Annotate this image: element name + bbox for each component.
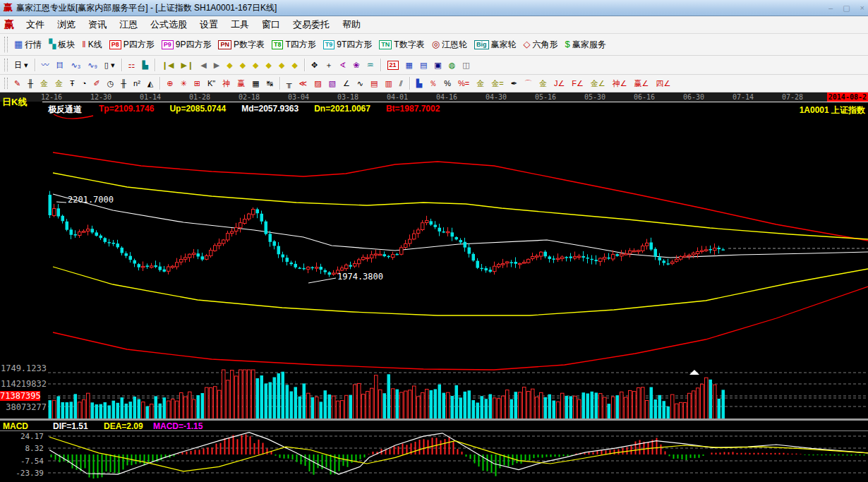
menu-item-浏览[interactable]: 浏览 <box>51 18 82 32</box>
expand-view-icon[interactable]: ◆ <box>276 59 287 71</box>
f10-info-icon[interactable]: 目 <box>54 59 67 71</box>
f-ruler-tool[interactable]: Ŧ <box>67 77 78 90</box>
window-controls[interactable]: –▢× <box>828 4 864 13</box>
win-angle-tool[interactable]: 赢∠ <box>632 77 652 90</box>
zigzag9-icon[interactable]: ∿₉ <box>85 59 100 71</box>
download-data-icon[interactable]: ◍ <box>446 59 459 71</box>
fan-box-red-tool[interactable]: ▨ <box>311 77 324 90</box>
win-tool[interactable]: 赢 <box>234 77 248 90</box>
red-grid-tool-1[interactable]: ▤ <box>368 77 380 90</box>
channel-arc-tool[interactable]: ⌒ <box>522 77 535 90</box>
save-icon[interactable]: ▣ <box>431 59 444 71</box>
symbol-label[interactable]: 1A0001 上证指数 <box>800 104 865 116</box>
stock-pattern-icon[interactable]: ⚏ <box>126 59 138 71</box>
9p-square-button[interactable]: P99P四方形 <box>159 37 215 52</box>
angle-measure-icon[interactable]: ∢ <box>337 59 349 71</box>
menu-item-帮助[interactable]: 帮助 <box>336 18 367 32</box>
menu-item-工具[interactable]: 工具 <box>224 18 255 32</box>
hexagon-button[interactable]: ◇六角形 <box>521 37 561 52</box>
pattern-map-icon[interactable]: ♒ <box>364 59 377 71</box>
t-square-draw-tool[interactable]: ╥ <box>284 77 295 90</box>
red-grid-tool-2[interactable]: ▥ <box>382 77 394 90</box>
cycle-clock-tool[interactable]: ◷ <box>104 77 117 90</box>
full-view-icon[interactable]: ◆ <box>289 59 301 71</box>
expand-both-icon[interactable]: ◆ <box>250 59 261 71</box>
span-arrow-tool[interactable]: ↹ <box>264 77 276 90</box>
percent-levels-tool[interactable]: %= <box>455 77 472 90</box>
winner-wheel-button[interactable]: Big赢家轮 <box>471 37 519 52</box>
river-map-icon[interactable]: 〰 <box>39 59 52 71</box>
candle-style-dropdown[interactable]: ▯ ▾ <box>102 59 118 71</box>
flag-pen-tool[interactable]: ✒ <box>508 77 520 90</box>
parallel-lines-tool[interactable]: ⫽ <box>397 77 406 90</box>
stats-bars-tool[interactable]: ▙ <box>414 77 425 90</box>
fan-box-purple-tool[interactable]: ▧ <box>326 77 339 90</box>
marker-pen-tool[interactable]: ✐ <box>90 77 102 90</box>
winner-service-button[interactable]: $赢家服务 <box>562 37 609 52</box>
crosshair-icon[interactable]: ＋ <box>322 59 335 71</box>
gold-circle-tool[interactable]: 金 <box>474 77 487 90</box>
line-grid-tool-1[interactable]: ╫ <box>25 77 36 90</box>
menu-item-文件[interactable]: 文件 <box>20 18 51 32</box>
toolbar-grip[interactable] <box>4 78 8 89</box>
color-histogram-icon[interactable]: ▙ <box>139 59 150 71</box>
starburst-tool[interactable]: ✳ <box>178 77 190 90</box>
line-grid-tool-2[interactable]: ╫ <box>118 77 129 90</box>
sectors-button[interactable]: ▚板块 <box>46 37 78 52</box>
gold-levels-tool[interactable]: 金= <box>488 77 506 90</box>
grid-123-tool[interactable]: ▦ <box>249 77 262 90</box>
menu-item-江恩[interactable]: 江恩 <box>113 18 144 32</box>
indicator-name[interactable]: 极反通道 <box>48 104 82 116</box>
kline-button[interactable]: ‖K线 <box>79 37 104 52</box>
percent-tool[interactable]: % <box>441 77 454 90</box>
four-angle-tool[interactable]: 四∠ <box>653 77 673 90</box>
drag-hand-icon[interactable]: ✥ <box>308 59 320 71</box>
p-square-button[interactable]: P8P四方形 <box>107 37 157 52</box>
shrink-x-icon[interactable]: ◆ <box>224 59 235 71</box>
menu-item-资讯[interactable]: 资讯 <box>82 18 113 32</box>
n-square-tool[interactable]: n² <box>131 77 143 90</box>
calendar-icon[interactable]: 21 <box>385 59 402 71</box>
menu-item-窗口[interactable]: 窗口 <box>255 18 287 32</box>
net-grid-tool[interactable]: ⊞ <box>191 77 203 90</box>
quotes-button[interactable]: ▦行情 <box>11 37 44 52</box>
gann-wheel-button[interactable]: ◎江恩轮 <box>429 37 470 52</box>
fan-lines-tool[interactable]: ≪ <box>296 77 311 90</box>
j-angle-tool[interactable]: J∠ <box>551 77 567 90</box>
menu-item-公式选股[interactable]: 公式选股 <box>144 18 193 32</box>
period-dropdown[interactable]: 日 ▾ <box>11 59 31 71</box>
gold-ruler-tool-1[interactable]: 金 <box>37 77 51 90</box>
period-label[interactable]: 日K线 <box>2 96 27 109</box>
9t-square-button[interactable]: T99T四方形 <box>320 37 375 52</box>
last-bar-icon[interactable]: ▶❙ <box>179 59 197 71</box>
angle-lines-tool[interactable]: ∠ <box>340 77 353 90</box>
window-control-glyph[interactable]: × <box>860 4 864 13</box>
expand-x-icon[interactable]: ◆ <box>237 59 248 71</box>
toolbar-grip[interactable] <box>4 59 8 71</box>
gold-ruler-tool-2[interactable]: 金 <box>52 77 66 90</box>
t-number-table-button[interactable]: TNT数字表 <box>376 37 427 52</box>
window-control-glyph[interactable]: – <box>828 4 833 13</box>
spiral-tool[interactable]: ◔ <box>79 77 90 90</box>
window-control-glyph[interactable]: ▢ <box>843 4 850 13</box>
menu-item-交易委托[interactable]: 交易委托 <box>287 18 336 32</box>
brush-tool[interactable]: ✎ <box>11 77 23 90</box>
menu-item-设置[interactable]: 设置 <box>193 18 224 32</box>
f-angle-tool[interactable]: F∠ <box>569 77 586 90</box>
remote-pc-icon[interactable]: ◫ <box>459 59 472 71</box>
target-tool[interactable]: ⊕ <box>164 77 176 90</box>
calculator-icon[interactable]: ▦ <box>403 59 416 71</box>
zigzag3-icon[interactable]: ∿₃ <box>68 59 84 71</box>
shen-tool[interactable]: 神 <box>219 77 233 90</box>
p-number-table-button[interactable]: PNP数字表 <box>215 37 267 52</box>
percent-line-tool[interactable]: ％ <box>426 77 440 90</box>
mirror-angle-tool[interactable]: ◭ <box>145 77 156 90</box>
shen-angle-tool[interactable]: 神∠ <box>610 77 630 90</box>
first-bar-icon[interactable]: ❙◀ <box>159 59 177 71</box>
wave-lines-tool[interactable]: ∿ <box>354 77 366 90</box>
gold-box-tool[interactable]: 金 <box>536 77 550 90</box>
gold-angle-tool[interactable]: 金∠ <box>588 77 608 90</box>
next-bar-icon[interactable]: ▶ <box>211 59 222 71</box>
t-square-button[interactable]: T8T四方形 <box>269 37 319 52</box>
compress-view-icon[interactable]: ◆ <box>263 59 275 71</box>
